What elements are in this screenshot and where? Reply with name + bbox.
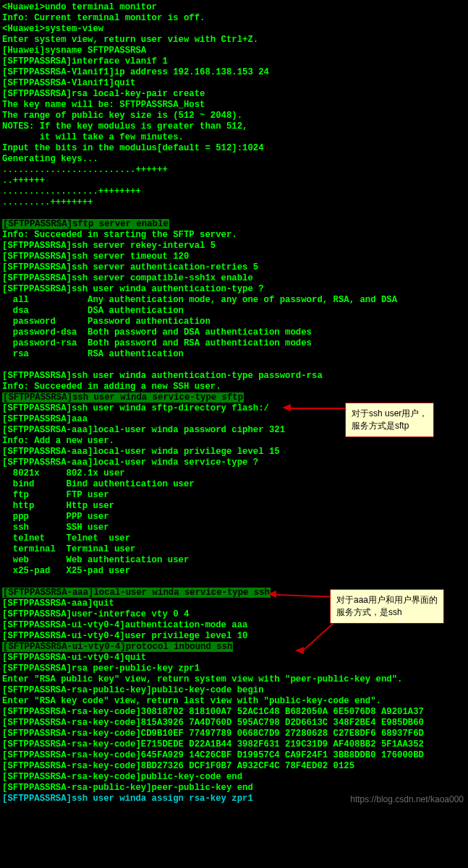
terminal-line: <Huawei>undo terminal monitor	[2, 2, 466, 13]
terminal-line: The key name will be: SFTPPASSRSA_Host	[2, 100, 466, 111]
terminal-line: Enter system view, return user view with…	[2, 35, 466, 46]
callout-text: 对于aaa用户和用户界面的	[336, 594, 438, 606]
terminal-line: [SFTPPASSRSA]sftp server enable	[2, 219, 466, 230]
terminal-line: [SFTPPASSRSA]ssh server timeout 120	[2, 252, 466, 262]
terminal-line: password-dsa Both password and DSA authe…	[2, 327, 466, 338]
callout-text: 服务方式是sftp	[352, 420, 427, 432]
terminal-line: Enter "RSA public key" view, return syst…	[2, 674, 466, 685]
watermark-text: https://blog.csdn.net/kaoa000	[350, 794, 464, 805]
terminal-line: [SFTPPASSRSA-ui-vty0-4]quit	[2, 653, 466, 663]
terminal-line: Info: Succeeded in starting the SFTP ser…	[2, 230, 466, 241]
arrow-head-icon	[282, 404, 291, 411]
terminal-line: telnet Telnet user	[2, 533, 466, 544]
terminal-line	[2, 208, 466, 219]
terminal-line: terminal Terminal user	[2, 544, 466, 555]
terminal-line: ftp FTP user	[2, 490, 466, 501]
terminal-line: all Any authentication mode, any one of …	[2, 295, 466, 306]
terminal-line: Input the bits in the modulus[default = …	[2, 143, 466, 154]
terminal-line: [SFTPPASSRSA-rsa-key-code]E715DEDE D22A1…	[2, 739, 466, 750]
terminal-line: [SFTPPASSRSA]rsa local-key-pair create	[2, 89, 466, 100]
terminal-line: ..++++++	[2, 176, 466, 186]
terminal-line: [SFTPPASSRSA-aaa]local-user winda privil…	[2, 447, 466, 457]
terminal-line: [SFTPPASSRSA-rsa-key-code]public-key-cod…	[2, 772, 466, 783]
arrow-line	[289, 408, 346, 409]
terminal-line: [Huawei]sysname SFTPPASSRSA	[2, 46, 466, 56]
terminal-line: [SFTPPASSRSA]rsa peer-public-key zpr1	[2, 663, 466, 674]
callout-text: 服务方式，是ssh	[336, 606, 438, 619]
terminal-line: http Http user	[2, 501, 466, 512]
terminal-line: x25-pad X25-pad user	[2, 566, 466, 577]
callout-text: 对于ssh user用户，	[352, 408, 427, 420]
terminal-line: bind Bind authentication user	[2, 479, 466, 490]
terminal-line: [SFTPPASSRSA-rsa-key-code]CD9B10EF 77497…	[2, 729, 466, 739]
terminal-line: password-rsa Both password and RSA authe…	[2, 338, 466, 349]
terminal-line: Generating keys...	[2, 154, 466, 165]
terminal-line: ..................++++++++	[2, 186, 466, 197]
terminal-line: dsa DSA authentication	[2, 306, 466, 317]
terminal-line: [SFTPPASSRSA]ssh server authentication-r…	[2, 262, 466, 273]
terminal-line: [SFTPPASSRSA-Vlanif1]quit	[2, 78, 466, 89]
terminal-line: web Web authentication user	[2, 555, 466, 566]
terminal-line: The range of public key size is (512 ~ 2…	[2, 111, 466, 121]
terminal-line: ppp PPP user	[2, 512, 466, 523]
annotation-callout: 对于ssh user用户，服务方式是sftp	[345, 403, 434, 437]
terminal-line: Info: Current terminal monitor is off.	[2, 13, 466, 24]
terminal-line: [SFTPPASSRSA-rsa-key-code]815A3926 7A4D7…	[2, 718, 466, 729]
highlighted-command: [SFTPPASSRSA-ui-vty0-4]protocol inbound …	[2, 642, 233, 652]
highlighted-command: [SFTPPASSRSA-aaa]local-user winda servic…	[2, 588, 271, 598]
terminal-line: it will take a few minutes.	[2, 132, 466, 143]
terminal-line: [SFTPPASSRSA]ssh user winda authenticati…	[2, 284, 466, 295]
highlighted-command: [SFTPPASSRSA]ssh user winda service-type…	[2, 392, 244, 403]
terminal-line: [SFTPPASSRSA]ssh server rekey-interval 5	[2, 241, 466, 252]
terminal-line: [SFTPPASSRSA-rsa-key-code]30818702 81810…	[2, 707, 466, 718]
terminal-line	[2, 577, 466, 588]
terminal-line: [SFTPPASSRSA-aaa]local-user winda servic…	[2, 457, 466, 468]
terminal-line: [SFTPPASSRSA-Vlanif1]ip address 192.168.…	[2, 67, 466, 78]
terminal-line	[2, 360, 466, 371]
terminal-line: [SFTPPASSRSA-rsa-key-code]645FA929 14C26…	[2, 750, 466, 761]
annotation-callout: 对于aaa用户和用户界面的服务方式，是ssh	[330, 589, 444, 624]
terminal-line: [SFTPPASSRSA]ssh server compatible-ssh1x…	[2, 273, 466, 284]
terminal-line: [SFTPPASSRSA-rsa-public-key]peer-public-…	[2, 783, 466, 794]
terminal-line: .........................++++++	[2, 165, 466, 176]
terminal-line: NOTES: If the key modulus is greater tha…	[2, 121, 466, 132]
terminal-line: [SFTPPASSRSA-ui-vty0-4]user privilege le…	[2, 631, 466, 642]
terminal-line: Info: Succeeded in adding a new SSH user…	[2, 382, 466, 392]
arrow-head-icon	[268, 590, 276, 598]
terminal-line: password Password authentication	[2, 317, 466, 327]
terminal-line: Enter "RSA key code" view, return last v…	[2, 696, 466, 707]
terminal-line: ssh SSH user	[2, 523, 466, 533]
terminal-line: [SFTPPASSRSA-rsa-public-key]public-key-c…	[2, 685, 466, 696]
terminal-line: 8021x 802.1x user	[2, 468, 466, 479]
terminal-line: [SFTPPASSRSA-ui-vty0-4]protocol inbound …	[2, 642, 466, 653]
terminal-line: rsa RSA authentication	[2, 349, 466, 360]
terminal-line: [SFTPPASSRSA-rsa-key-code]8BD27326 DCF1F…	[2, 761, 466, 772]
highlighted-command: [SFTPPASSRSA]sftp server enable	[2, 219, 169, 229]
arrow-head-icon	[295, 647, 304, 654]
terminal-line: [SFTPPASSRSA]ssh user winda service-type…	[2, 392, 466, 403]
terminal-line: <Huawei>system-view	[2, 24, 466, 35]
terminal-line: Info: Add a new user.	[2, 436, 466, 447]
terminal-line: .........++++++++	[2, 197, 466, 208]
terminal-line: [SFTPPASSRSA]interface vlanif 1	[2, 56, 466, 67]
terminal-line: [SFTPPASSRSA]ssh user winda authenticati…	[2, 371, 466, 382]
